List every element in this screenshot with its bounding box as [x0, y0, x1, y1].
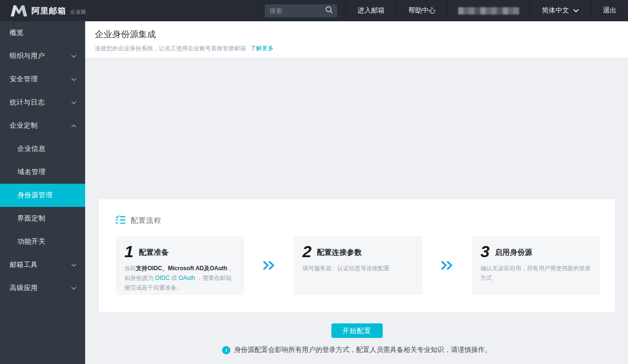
- alimail-logo-icon: [11, 5, 27, 16]
- page-header: 企业身份源集成 连接您的企业身份系统，让员工使用企业账号直接登录邮箱 了解更多: [85, 21, 628, 58]
- enter-mailbox-link[interactable]: 进入邮箱: [345, 0, 396, 21]
- topbar-menu: 进入邮箱 帮助中心 简体中文 退出: [345, 0, 628, 21]
- topbar: 阿里邮箱 企业版 进入邮箱 帮助中心 简体中文: [0, 0, 628, 21]
- chevron-down-icon: [573, 9, 579, 13]
- notice-row: i 身份源配置会影响所有用户的登录方式，配置人员需具备相关专业知识，请谨慎操作。: [99, 346, 615, 354]
- chevron-down-icon: [71, 263, 76, 267]
- help-center-link[interactable]: 帮助中心: [396, 0, 447, 21]
- sidebar-item-enterprise-info[interactable]: 企业信息: [0, 137, 85, 160]
- step-card-3: 3 启用身份源 确认无误后启用，所有用户将使用新的登录方式: [472, 236, 600, 295]
- chevron-down-icon: [71, 78, 76, 81]
- sidebar: 概览 组织与用户 安全管理 统计与日志 企业定制 企业信息 域名: [0, 21, 85, 364]
- chevron-up-icon: [71, 124, 76, 128]
- content-area: 配置流程 1 配置准备 当前支持OIDC、Microsoft AD及OAuth，…: [85, 58, 628, 364]
- oauth-link[interactable]: OAuth: [179, 275, 195, 281]
- step-number: 1: [124, 244, 134, 259]
- step-description: 当前支持OIDC、Microsoft AD及OAuth，如身份源为 OIDC 或…: [124, 263, 237, 292]
- sidebar-item-advanced-apps[interactable]: 高级应用: [0, 277, 85, 300]
- sidebar-item-org-users[interactable]: 组织与用户: [0, 44, 85, 68]
- info-icon: i: [222, 346, 230, 354]
- chevron-down-icon: [71, 55, 76, 58]
- flow-heading: 配置流程: [116, 215, 600, 226]
- step-arrow: [422, 236, 472, 295]
- step-arrow: [244, 236, 294, 295]
- config-flow-card: 配置流程 1 配置准备 当前支持OIDC、Microsoft AD及OAuth，…: [99, 199, 615, 312]
- sidebar-item-overview[interactable]: 概览: [0, 21, 85, 44]
- double-chevron-right-icon: [263, 260, 275, 271]
- step-number: 2: [302, 244, 312, 259]
- sidebar-item-domain-management[interactable]: 域名管理: [0, 160, 85, 184]
- sidebar-item-identity-source[interactable]: 身份源管理: [0, 184, 85, 207]
- search-input[interactable]: [269, 7, 325, 15]
- step-title: 配置连接参数: [317, 248, 362, 257]
- checklist-icon: [116, 215, 125, 226]
- alimail-admin-console: 阿里邮箱 企业版 进入邮箱 帮助中心 简体中文: [0, 0, 628, 364]
- oidc-link[interactable]: OIDC: [155, 275, 169, 281]
- sidebar-item-mail-tools[interactable]: 邮箱工具: [0, 253, 85, 277]
- brand-name: 阿里邮箱: [31, 5, 66, 16]
- learn-more-link[interactable]: 了解更多: [250, 45, 273, 52]
- search-icon[interactable]: [325, 6, 333, 16]
- brand-edition: 企业版: [70, 8, 86, 15]
- account-name-redacted[interactable]: [447, 0, 530, 21]
- start-config-button[interactable]: 开始配置: [331, 323, 383, 338]
- double-chevron-right-icon: [441, 260, 453, 271]
- account-name-blur: [458, 7, 519, 15]
- notice-text: 身份源配置会影响所有用户的登录方式，配置人员需具备相关专业知识，请谨慎操作。: [234, 346, 492, 354]
- step-description: 确认无误后启用，所有用户将使用新的登录方式: [480, 263, 593, 283]
- sidebar-item-feature-switch[interactable]: 功能开关: [0, 230, 85, 253]
- step-card-1: 1 配置准备 当前支持OIDC、Microsoft AD及OAuth，如身份源为…: [116, 236, 244, 295]
- main-content: 企业身份源集成 连接您的企业身份系统，让员工使用企业账号直接登录邮箱 了解更多: [85, 21, 628, 364]
- brand: 阿里邮箱 企业版: [0, 5, 86, 16]
- step-number: 3: [480, 244, 490, 259]
- sidebar-item-enterprise-custom[interactable]: 企业定制: [0, 114, 85, 137]
- search-box[interactable]: [265, 4, 337, 17]
- step-description: 填写服务器、认证信息等连接配置: [302, 263, 415, 273]
- step-title: 配置准备: [139, 248, 169, 257]
- language-selector[interactable]: 简体中文: [530, 0, 591, 21]
- page-title: 企业身份源集成: [95, 29, 618, 40]
- language-label: 简体中文: [542, 6, 569, 15]
- chevron-down-icon: [71, 287, 76, 290]
- step-card-2: 2 配置连接参数 填写服务器、认证信息等连接配置: [294, 236, 422, 295]
- step-title: 启用身份源: [495, 248, 533, 257]
- sidebar-item-security[interactable]: 安全管理: [0, 68, 85, 91]
- steps-row: 1 配置准备 当前支持OIDC、Microsoft AD及OAuth，如身份源为…: [116, 236, 600, 295]
- chevron-down-icon: [71, 101, 76, 104]
- sidebar-item-stats-logs[interactable]: 统计与日志: [0, 91, 85, 114]
- sidebar-item-ui-custom[interactable]: 界面定制: [0, 207, 85, 230]
- logout-link[interactable]: 退出: [591, 0, 628, 21]
- page-subtitle: 连接您的企业身份系统，让员工使用企业账号直接登录邮箱: [95, 45, 246, 52]
